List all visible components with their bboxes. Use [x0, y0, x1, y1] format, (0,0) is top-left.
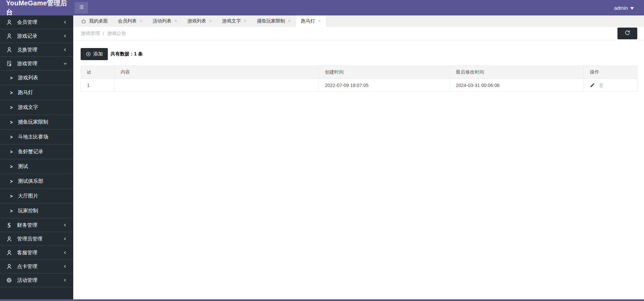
tab-game-list[interactable]: 游戏列表× [182, 15, 217, 27]
sidebar-subitem-fish-shrimp-crab[interactable]: >鱼虾蟹记录 [0, 144, 73, 159]
sidebar-item-game-management[interactable]: 游戏管理 [0, 57, 73, 71]
tab-close-icon[interactable]: × [139, 18, 142, 24]
sidebar-subitem-lobby-images[interactable]: >大厅图片 [0, 189, 73, 204]
dollar-icon: $ [5, 222, 13, 228]
column-header: 创建时间 [319, 66, 450, 79]
sidebar-item-label: 管理员管理 [17, 236, 63, 242]
sidebar-item-member-management[interactable]: 会员管理 [0, 15, 73, 29]
sidebar-subitem-test[interactable]: >测试 [0, 159, 73, 174]
chevron-right-icon: > [10, 208, 13, 214]
user-icon [5, 263, 13, 270]
chevron-left-icon [63, 223, 67, 227]
sidebar-subitem-label: 玩家控制 [18, 208, 38, 214]
add-button[interactable]: 添加 [81, 48, 108, 60]
sidebar-subitem-player-control[interactable]: >玩家控制 [0, 204, 73, 218]
sidebar-subitem-label: 测试俱乐部 [18, 178, 43, 184]
sidebar-item-label: 财务管理 [17, 222, 63, 228]
sidebar-subitem-marquee[interactable]: >跑马灯 [0, 85, 73, 100]
tab-marquee[interactable]: 跑马灯× [296, 15, 326, 27]
sidebar-item-activity-management[interactable]: 活动管理 [0, 273, 73, 287]
cell-actions [584, 79, 638, 92]
chevron-right-icon: > [10, 178, 13, 184]
edit-button[interactable] [590, 83, 595, 88]
breadcrumb-parent[interactable]: 游戏管理 [81, 31, 100, 37]
tab-game-text[interactable]: 游戏文字× [217, 15, 252, 27]
breadcrumb-separator: / [103, 31, 104, 36]
sidebar-subitem-label: 游戏文字 [18, 104, 38, 111]
sidebar-item-card-management[interactable]: 点卡管理 [0, 260, 73, 273]
toolbar: 添加 共有数据：1 条 [81, 48, 637, 60]
column-header: 操作 [584, 66, 638, 79]
gear-icon [5, 277, 13, 283]
cell-content [115, 79, 319, 92]
sidebar-item-service-management[interactable]: 客服管理 [0, 246, 73, 260]
user-icon [5, 19, 13, 26]
sidebar-subitem-test-club[interactable]: >测试俱乐部 [0, 174, 73, 189]
breadcrumb-bar: 游戏管理 / 游戏公告 [73, 27, 644, 40]
chevron-right-icon: > [10, 75, 13, 81]
sidebar-menu: 会员管理游戏记录兑换管理游戏管理>游戏列表>跑马灯>游戏文字>捕鱼玩家限制>斗地… [0, 15, 73, 287]
record-count: 共有数据：1 条 [111, 51, 143, 57]
row-actions [590, 83, 631, 88]
column-header: 最后修改时间 [450, 66, 584, 79]
table-row: 12022-07-09 18:07:052024-03-31 00:06:06 [81, 79, 638, 92]
hamburger-icon [78, 4, 84, 11]
sidebar-item-finance-management[interactable]: $财务管理 [0, 218, 73, 232]
sidebar-item-label: 活动管理 [17, 277, 63, 284]
user-menu[interactable]: admin [614, 5, 634, 11]
sidebar-item-admin-management[interactable]: 管理员管理 [0, 232, 73, 246]
tab-close-icon[interactable]: × [174, 18, 177, 24]
add-button-label: 添加 [93, 51, 103, 57]
chevron-right-icon: > [10, 104, 13, 110]
tab-member-list[interactable]: 会员列表× [113, 15, 147, 27]
tab-close-icon[interactable]: × [288, 18, 291, 24]
sidebar-subitem-label: 跑马灯 [18, 89, 33, 96]
sidebar-item-game-records[interactable]: 游戏记录 [0, 29, 73, 43]
footer-strip [0, 299, 644, 301]
sidebar-subitem-label: 游戏列表 [18, 75, 38, 81]
sidebar-subitem-label: 斗地主比赛场 [18, 134, 48, 140]
sidebar-toggle-button[interactable] [75, 2, 88, 13]
chevron-left-icon [63, 251, 67, 255]
tab-close-icon[interactable]: × [209, 18, 212, 24]
sidebar-item-exchange-management[interactable]: 兑换管理 [0, 43, 73, 57]
chevron-down-icon [63, 61, 67, 66]
chevron-left-icon [63, 264, 67, 268]
breadcrumb-current: 游戏公告 [107, 31, 126, 37]
chevron-left-icon [63, 20, 67, 24]
tab-my-desktop[interactable]: 我的桌面 [76, 15, 113, 27]
file-icon [5, 60, 13, 67]
refresh-button[interactable] [617, 28, 637, 39]
sidebar-subitem-fishing-player-limit[interactable]: >捕鱼玩家限制 [0, 115, 73, 130]
sidebar: 会员管理游戏记录兑换管理游戏管理>游戏列表>跑马灯>游戏文字>捕鱼玩家限制>斗地… [0, 15, 73, 299]
cell-created: 2022-07-09 18:07:05 [319, 79, 450, 92]
sidebar-subitem-label: 鱼虾蟹记录 [18, 148, 43, 155]
tab-close-icon[interactable]: × [244, 18, 247, 24]
sidebar-item-label: 会员管理 [17, 19, 63, 26]
sidebar-item-label: 点卡管理 [17, 263, 63, 270]
sidebar-subitem-game-list[interactable]: >游戏列表 [0, 71, 73, 85]
sidebar-item-label: 游戏管理 [17, 60, 63, 67]
delete-button[interactable] [599, 83, 604, 88]
tab-close-icon[interactable]: × [318, 18, 321, 24]
chevron-right-icon: > [10, 134, 13, 140]
refresh-icon [625, 30, 630, 37]
chevron-right-icon: > [10, 149, 13, 155]
chevron-right-icon: > [10, 119, 13, 125]
sidebar-subitem-landlord-arena[interactable]: >斗地主比赛场 [0, 130, 73, 144]
tab-label: 会员列表 [118, 18, 137, 24]
tab-activity-list[interactable]: 活动列表× [147, 15, 182, 27]
breadcrumb: 游戏管理 / 游戏公告 [81, 31, 126, 37]
sidebar-subitem-game-text[interactable]: >游戏文字 [0, 100, 73, 115]
column-header: id [81, 66, 115, 79]
chevron-right-icon: > [10, 90, 13, 95]
tab-fishing-player-limit[interactable]: 捕鱼玩家限制× [252, 15, 296, 27]
chevron-right-icon: > [10, 193, 13, 199]
chevron-left-icon [63, 278, 67, 282]
table-header-row: id内容创建时间最后修改时间操作 [81, 66, 638, 79]
user-icon [5, 47, 13, 53]
column-header: 内容 [115, 66, 319, 79]
sidebar-item-label: 游戏记录 [17, 33, 63, 39]
user-icon [5, 236, 13, 242]
main-area: 我的桌面会员列表×活动列表×游戏列表×游戏文字×捕鱼玩家限制×跑马灯× 游戏管理… [73, 15, 644, 299]
